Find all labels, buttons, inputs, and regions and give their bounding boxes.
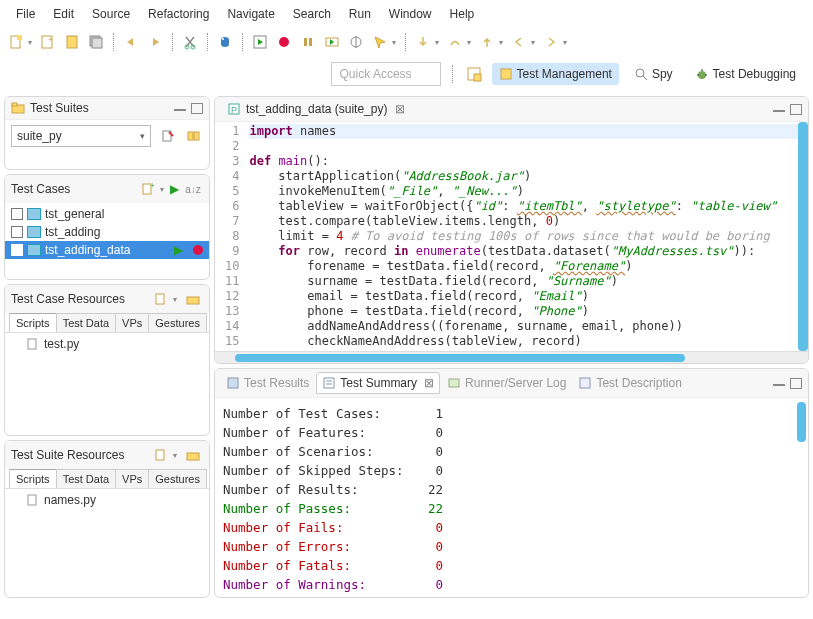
python-icon[interactable] — [215, 32, 235, 52]
code-body[interactable]: import namesdef main(): startApplication… — [245, 122, 808, 351]
code-editor[interactable]: 123456789101112131415 import namesdef ma… — [215, 122, 808, 351]
perspective-test-management[interactable]: Test Management — [492, 63, 619, 85]
new-suite-icon[interactable]: + — [38, 32, 58, 52]
dropdown-arrow-icon[interactable]: ▾ — [28, 38, 32, 47]
editor-tab[interactable]: P tst_adding_data (suite_py) ⊠ — [221, 100, 411, 118]
scrollbar-horizontal-track[interactable] — [215, 351, 808, 363]
refresh-icon[interactable] — [183, 126, 203, 146]
bottom-tab-test-summary[interactable]: Test Summary⊠ — [316, 372, 440, 394]
paste-icon[interactable] — [62, 32, 82, 52]
tab-vps[interactable]: VPs — [115, 469, 149, 488]
quick-access-input[interactable]: Quick Access — [331, 62, 441, 86]
run-all-icon[interactable]: ▶ — [170, 182, 179, 196]
bottom-tab-runner-server-log[interactable]: Runner/Server Log — [442, 373, 571, 393]
open-folder-icon[interactable] — [183, 445, 203, 465]
tab-test-data[interactable]: Test Data — [56, 469, 116, 488]
menu-window[interactable]: Window — [381, 4, 440, 24]
file-item[interactable]: test.py — [5, 333, 209, 355]
menu-refactoring[interactable]: Refactoring — [140, 4, 217, 24]
tab-gestures[interactable]: Gestures — [148, 469, 207, 488]
dropdown-arrow-icon[interactable]: ▾ — [173, 451, 177, 460]
svg-text:+: + — [150, 182, 155, 190]
tab-gestures[interactable]: Gestures — [148, 313, 207, 332]
record-icon[interactable] — [193, 245, 203, 255]
dropdown-arrow-icon[interactable]: ▾ — [160, 185, 164, 194]
debug-run-icon[interactable] — [322, 32, 342, 52]
debug-icon[interactable] — [346, 32, 366, 52]
menu-search[interactable]: Search — [285, 4, 339, 24]
menu-navigate[interactable]: Navigate — [219, 4, 282, 24]
dropdown-arrow-icon[interactable]: ▾ — [563, 38, 567, 47]
close-icon[interactable]: ⊠ — [424, 376, 434, 390]
run-icon[interactable]: ▶ — [174, 243, 183, 257]
step-out-icon[interactable] — [477, 32, 497, 52]
svg-line-21 — [643, 76, 647, 80]
suite-selector[interactable]: suite_py▾ — [11, 125, 151, 147]
open-folder-icon[interactable] — [183, 289, 203, 309]
test-case-item[interactable]: tst_general — [5, 205, 209, 223]
cut-icon[interactable] — [180, 32, 200, 52]
add-resource-icon[interactable] — [151, 445, 171, 465]
run-icon[interactable] — [250, 32, 270, 52]
maximize-icon[interactable] — [790, 378, 802, 389]
bottom-tab-test-results[interactable]: Test Results — [221, 373, 314, 393]
menu-file[interactable]: File — [8, 4, 43, 24]
dropdown-arrow-icon[interactable]: ▾ — [392, 38, 396, 47]
menu-edit[interactable]: Edit — [45, 4, 82, 24]
tab-scripts[interactable]: Scripts — [9, 313, 57, 332]
save-all-icon[interactable] — [86, 32, 106, 52]
checkbox-icon[interactable] — [11, 208, 23, 220]
scrollbar-vertical[interactable] — [797, 402, 806, 442]
svg-rect-31 — [194, 132, 199, 140]
undo-icon[interactable] — [121, 32, 141, 52]
pause-icon[interactable] — [298, 32, 318, 52]
file-item[interactable]: names.py — [5, 489, 209, 511]
maximize-icon[interactable] — [191, 103, 203, 114]
dropdown-arrow-icon[interactable]: ▾ — [467, 38, 471, 47]
menu-help[interactable]: Help — [442, 4, 483, 24]
step-over-icon[interactable] — [445, 32, 465, 52]
perspective-debug[interactable]: Test Debugging — [688, 63, 803, 85]
test-case-label: tst_general — [45, 207, 104, 221]
scrollbar-horizontal-thumb[interactable] — [235, 354, 685, 362]
dropdown-arrow-icon[interactable]: ▾ — [499, 38, 503, 47]
fwd-nav-icon[interactable] — [541, 32, 561, 52]
tcr-tabs: ScriptsTest DataVPsGestures — [5, 313, 209, 333]
svg-point-20 — [636, 69, 644, 77]
checkbox-icon[interactable] — [11, 226, 23, 238]
folder-icon — [11, 101, 25, 115]
sort-icon[interactable]: a↓z — [183, 179, 203, 199]
tab-test-data[interactable]: Test Data — [56, 313, 116, 332]
minimize-icon[interactable] — [174, 109, 186, 111]
checkbox-icon[interactable] — [11, 244, 23, 256]
tab-scripts[interactable]: Scripts — [9, 469, 57, 488]
bottom-tab-test-description[interactable]: Test Description — [573, 373, 686, 393]
close-icon[interactable]: ⊠ — [395, 102, 405, 116]
redo-icon[interactable] — [145, 32, 165, 52]
test-case-item[interactable]: tst_adding — [5, 223, 209, 241]
tab-vps[interactable]: VPs — [115, 313, 149, 332]
filter-icon[interactable] — [157, 126, 177, 146]
dropdown-arrow-icon[interactable]: ▾ — [173, 295, 177, 304]
svg-rect-37 — [156, 450, 164, 460]
test-case-item[interactable]: tst_adding_data▶ — [5, 241, 209, 259]
minimize-icon[interactable] — [773, 384, 785, 386]
maximize-icon[interactable] — [790, 104, 802, 115]
testcase-icon — [27, 244, 41, 256]
scrollbar-vertical[interactable] — [798, 122, 808, 351]
menu-source[interactable]: Source — [84, 4, 138, 24]
back-nav-icon[interactable] — [509, 32, 529, 52]
record-icon[interactable] — [274, 32, 294, 52]
step-into-icon[interactable] — [413, 32, 433, 52]
pick-icon[interactable] — [370, 32, 390, 52]
dropdown-arrow-icon[interactable]: ▾ — [435, 38, 439, 47]
new-icon[interactable] — [6, 32, 26, 52]
open-perspective-icon[interactable] — [464, 64, 484, 84]
perspective-spy[interactable]: Spy — [627, 63, 680, 85]
add-resource-icon[interactable] — [151, 289, 171, 309]
new-testcase-icon[interactable]: + — [138, 179, 158, 199]
minimize-icon[interactable] — [773, 110, 785, 112]
menu-run[interactable]: Run — [341, 4, 379, 24]
summary-row: Number of Passes:22 — [223, 499, 800, 518]
dropdown-arrow-icon[interactable]: ▾ — [531, 38, 535, 47]
